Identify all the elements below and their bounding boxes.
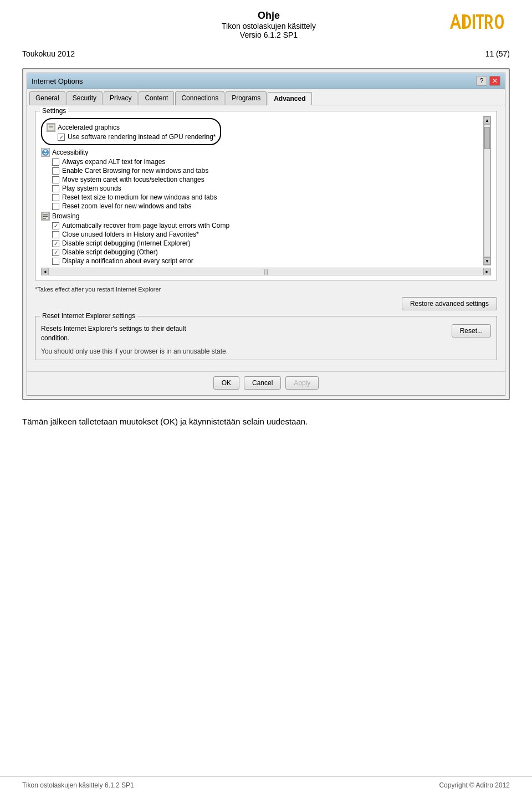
- category-label-accelerated: Accelerated graphics: [58, 124, 120, 131]
- tab-programs[interactable]: Programs: [226, 91, 267, 105]
- category-icon-browsing: [41, 212, 50, 221]
- checkbox-caret-browsing[interactable]: [52, 167, 59, 175]
- scroll-right-button[interactable]: ►: [483, 268, 491, 275]
- doc-version: Versio 6.1.2 SP1: [89, 30, 449, 39]
- scroll-down-button[interactable]: ▼: [484, 257, 490, 265]
- setting-item-reset-zoom: Reset zoom level for new windows and tab…: [52, 202, 482, 210]
- reset-desc-line1: Resets Internet Explorer's settings to t…: [41, 325, 186, 332]
- setting-label-auto-recover: Automatically recover from page layout e…: [62, 222, 229, 229]
- tab-connections[interactable]: Connections: [175, 91, 224, 105]
- reset-group: Reset Internet Explorer settings Resets …: [35, 316, 497, 360]
- setting-label-disable-script-ie: Disable script debugging (Internet Explo…: [62, 239, 190, 247]
- doc-subtitle1: Tikon ostolaskujen käsittely: [89, 22, 449, 30]
- close-button[interactable]: ✕: [489, 76, 500, 86]
- logo-area: [449, 10, 510, 32]
- category-label-accessibility: Accessibility: [52, 149, 88, 156]
- setting-item-display-notification: Display a notification about every scrip…: [52, 257, 482, 265]
- tab-advanced[interactable]: Advanced: [268, 92, 311, 105]
- checkbox-play-sounds[interactable]: [52, 185, 59, 192]
- tab-privacy[interactable]: Privacy: [104, 91, 137, 105]
- reset-bottom-note: You should only use this if your browser…: [41, 347, 491, 355]
- dialog-buttons: OK Cancel Apply: [27, 371, 505, 395]
- checkbox-auto-recover[interactable]: [52, 222, 59, 229]
- reset-desc-line2: condition.: [41, 334, 69, 342]
- setting-label-caret-browsing: Enable Caret Browsing for new windows an…: [62, 167, 208, 175]
- titlebar-controls: ? ✕: [476, 76, 500, 86]
- cancel-button[interactable]: Cancel: [244, 376, 281, 390]
- checkbox-reset-zoom[interactable]: [52, 203, 59, 210]
- tab-content[interactable]: Content: [139, 91, 174, 105]
- setting-label-reset-zoom: Reset zoom level for new windows and tab…: [62, 202, 191, 210]
- setting-item-alt-text: Always expand ALT text for images: [52, 158, 482, 166]
- setting-label-reset-text-size: Reset text size to medium for new window…: [62, 193, 217, 201]
- setting-item-system-caret: Move system caret with focus/selection c…: [52, 176, 482, 183]
- settings-group-label: Settings: [40, 107, 68, 115]
- note-text: *Takes effect after you restart Internet…: [35, 286, 497, 293]
- setting-item-play-sounds: Play system sounds: [52, 185, 482, 192]
- dialog-body: Settings Accelerated graphics: [27, 105, 505, 371]
- reset-group-label: Reset Internet Explorer settings: [40, 312, 137, 320]
- svg-rect-2: [462, 14, 464, 29]
- setting-item-close-unused: Close unused folders in History and Favo…: [52, 231, 482, 238]
- apply-button[interactable]: Apply: [285, 376, 319, 390]
- scroll-up-button[interactable]: ▲: [484, 116, 490, 124]
- tab-security[interactable]: Security: [66, 91, 103, 105]
- aditro-logo: [449, 10, 510, 32]
- scrollbar-track[interactable]: [484, 124, 490, 257]
- accelerated-graphics-highlight: Accelerated graphics Use software render…: [41, 118, 221, 145]
- svg-rect-12: [43, 214, 48, 216]
- reset-description: Resets Internet Explorer's settings to t…: [41, 324, 444, 343]
- setting-item-caret-browsing: Enable Caret Browsing for new windows an…: [52, 167, 482, 175]
- page-header: Ohje Tikon ostolaskujen käsittely Versio…: [0, 0, 532, 45]
- tab-general[interactable]: General: [29, 91, 65, 105]
- setting-label-system-caret: Move system caret with focus/selection c…: [62, 176, 204, 183]
- ie-titlebar: Internet Options ? ✕: [27, 73, 505, 89]
- checkbox-reset-text-size[interactable]: [52, 194, 59, 201]
- checkbox-alt-text[interactable]: [52, 158, 59, 166]
- ok-button[interactable]: OK: [213, 376, 239, 390]
- setting-item-software-rendering: Use software rendering instead of GPU re…: [58, 133, 216, 141]
- checkbox-display-notification[interactable]: [52, 258, 59, 265]
- svg-point-10: [44, 150, 47, 152]
- reset-group-content: Resets Internet Explorer's settings to t…: [41, 324, 491, 343]
- setting-label-software-rendering: Use software rendering instead of GPU re…: [68, 133, 216, 141]
- horiz-scrollbar-track[interactable]: |||: [49, 268, 483, 275]
- dialog-title: Internet Options: [32, 77, 83, 85]
- vertical-scrollbar[interactable]: ▲ ▼: [483, 116, 491, 265]
- setting-item-disable-script-other: Disable script debugging (Other): [52, 248, 482, 256]
- category-label-browsing: Browsing: [52, 212, 79, 220]
- horizontal-scrollbar[interactable]: ◄ ||| ►: [41, 268, 491, 275]
- screenshot-container: Internet Options ? ✕ General Security Pr…: [22, 68, 510, 400]
- checkbox-disable-script-other[interactable]: [52, 249, 59, 256]
- settings-group: Settings Accelerated graphics: [35, 111, 497, 280]
- setting-label-display-notification: Display a notification about every scrip…: [62, 257, 193, 265]
- checkbox-disable-script-ie[interactable]: [52, 240, 59, 247]
- checkbox-system-caret[interactable]: [52, 176, 59, 183]
- restore-advanced-settings-button[interactable]: Restore advanced settings: [402, 297, 497, 310]
- scroll-left-button[interactable]: ◄: [41, 268, 49, 275]
- bottom-text: Tämän jälkeen talletetaan muutokset (OK)…: [22, 416, 510, 428]
- reset-button[interactable]: Reset...: [452, 324, 491, 337]
- category-icon-accelerated: [47, 123, 55, 132]
- svg-rect-14: [43, 218, 46, 219]
- svg-rect-8: [49, 126, 53, 127]
- footer-left: Tikon ostolaskujen käsittely 6.1.2 SP1: [22, 781, 134, 789]
- category-accessibility: Accessibility: [41, 148, 482, 157]
- category-accelerated-graphics: Accelerated graphics: [47, 123, 216, 132]
- checkbox-close-unused[interactable]: [52, 231, 59, 238]
- restore-btn-area: Restore advanced settings: [35, 297, 497, 310]
- setting-label-play-sounds: Play system sounds: [62, 185, 121, 192]
- doc-type-label: Ohje: [89, 10, 449, 22]
- checkbox-software-rendering[interactable]: [58, 134, 65, 141]
- scrollbar-thumb[interactable]: [484, 127, 490, 149]
- help-button[interactable]: ?: [476, 76, 487, 86]
- setting-label-alt-text: Always expand ALT text for images: [62, 158, 165, 166]
- category-browsing: Browsing: [41, 212, 482, 221]
- settings-list: Accelerated graphics Use software render…: [41, 116, 491, 265]
- svg-rect-4: [476, 14, 484, 17]
- settings-list-inner: Accelerated graphics Use software render…: [41, 118, 491, 265]
- header-title-block: Ohje Tikon ostolaskujen käsittely Versio…: [89, 10, 449, 39]
- setting-item-disable-script-ie: Disable script debugging (Internet Explo…: [52, 239, 482, 247]
- svg-rect-13: [43, 216, 48, 217]
- footer-right: Copyright © Aditro 2012: [439, 781, 510, 789]
